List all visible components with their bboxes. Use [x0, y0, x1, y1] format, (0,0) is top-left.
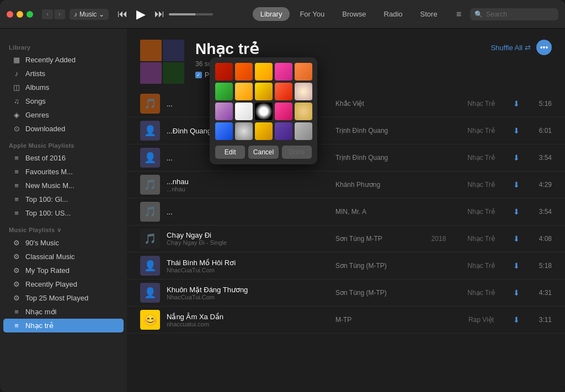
favourites-label: Favourites M...	[25, 168, 73, 176]
forward-button[interactable]: ›	[54, 9, 65, 19]
download-icon[interactable]: ⬇	[510, 180, 523, 189]
table-row[interactable]: 🎵 ... Khắc Việt Nhạc Trẻ ⬇ 5:16	[127, 90, 565, 117]
traffic-lights	[7, 11, 33, 18]
shuffle-label: Shuffle All	[491, 44, 523, 52]
nav-tabs: Library For You Browse Radio Store	[253, 7, 445, 21]
img-option-5[interactable]	[295, 63, 312, 80]
table-row[interactable]: 🎵 Chạy Ngay Đi Chạy Ngay Đi - Single Sơn…	[127, 225, 565, 253]
close-button[interactable]	[7, 11, 13, 18]
sidebar-item-artists[interactable]: ♪ Artists	[3, 67, 124, 80]
sidebar-item-downloaded[interactable]: ⊙ Downloaded	[3, 122, 124, 136]
music-playlists-section-label[interactable]: Music Playlists ∨	[0, 220, 127, 236]
sidebar-item-recently-played[interactable]: ⚙ Recently Played	[3, 277, 124, 291]
list-view-icon[interactable]: ≡	[456, 9, 461, 19]
table-row[interactable]: 👤 Khuôn Mặt Đáng Thương NhacCuaTui.Com S…	[127, 280, 565, 307]
songs-icon: ♫	[12, 97, 21, 105]
sidebar: Library ▦ Recently Added ♪ Artists ◫ Alb…	[0, 29, 127, 392]
download-icon[interactable]: ⬇	[510, 261, 523, 270]
sidebar-item-albums[interactable]: ◫ Albums	[3, 80, 124, 94]
shuffle-button[interactable]: Shuffle All ⇄	[491, 44, 531, 52]
tab-library[interactable]: Library	[253, 7, 290, 21]
download-icon[interactable]: ⬇	[510, 153, 523, 162]
track-name: Khuôn Mặt Đáng Thương	[167, 286, 329, 294]
playlist-cover	[140, 40, 184, 84]
tab-radio[interactable]: Radio	[376, 7, 411, 21]
table-row[interactable]: 🎵 ...nhau ...nhau Khánh Phương Nhạc Trẻ …	[127, 171, 565, 198]
sidebar-item-top100-us[interactable]: ≡ Top 100: US...	[3, 206, 124, 220]
img-option-19[interactable]	[275, 122, 292, 140]
img-option-4[interactable]	[275, 63, 292, 80]
sidebar-item-nhac-tre[interactable]: ≡ Nhạc trẻ	[3, 319, 124, 332]
tab-store[interactable]: Store	[413, 7, 445, 21]
img-option-18[interactable]	[255, 122, 273, 140]
next-button[interactable]: ⏭	[154, 8, 164, 20]
table-row[interactable]: 👤 Thái Bình Mồ Hôi Rơi NhacCuaTui.Com Sơ…	[127, 253, 565, 280]
done-button[interactable]: Done	[282, 146, 312, 159]
track-duration: 4:31	[530, 289, 552, 297]
img-option-16[interactable]	[215, 122, 233, 140]
sidebar-item-top25[interactable]: ⚙ Top 25 Most Played	[3, 291, 124, 305]
nhac-tre-label: Nhạc trẻ	[25, 321, 54, 330]
download-icon[interactable]: ⬇	[510, 126, 523, 135]
search-box[interactable]: 🔍 Search	[470, 8, 558, 20]
library-section-label: Library	[0, 37, 127, 53]
sidebar-item-top-rated[interactable]: ⚙ My Top Rated	[3, 264, 124, 277]
top100-global-label: Top 100: Gl...	[25, 195, 68, 203]
img-option-9[interactable]	[275, 83, 292, 100]
download-icon[interactable]: ⬇	[510, 207, 523, 216]
img-option-7[interactable]	[235, 83, 253, 100]
sidebar-item-top100-global[interactable]: ≡ Top 100: Gl...	[3, 192, 124, 206]
sidebar-item-classical[interactable]: ⚙ Classical Music	[3, 250, 124, 264]
img-option-3[interactable]	[255, 63, 273, 80]
img-option-1[interactable]	[215, 63, 233, 80]
download-icon[interactable]: ⬇	[510, 288, 523, 297]
table-row[interactable]: 👤 ...Đình Quang Trịnh Đình Quang Nhạc Tr…	[127, 117, 565, 144]
more-button[interactable]: •••	[536, 40, 552, 55]
track-artist: Sơn Tùng (M-TP)	[335, 289, 418, 297]
img-option-12[interactable]	[235, 103, 253, 120]
img-option-13[interactable]	[255, 103, 273, 120]
sidebar-item-new-music[interactable]: ≡ New Music M...	[3, 179, 124, 192]
maximize-button[interactable]	[26, 11, 33, 18]
track-thumbnail: 👤	[140, 256, 160, 276]
image-grid	[215, 63, 312, 140]
tab-for-you[interactable]: For You	[292, 7, 332, 21]
minimize-button[interactable]	[17, 11, 23, 18]
sidebar-item-favourites[interactable]: ≡ Favourites M...	[3, 165, 124, 179]
edit-button[interactable]: Edit	[215, 146, 245, 159]
img-option-20[interactable]	[295, 122, 312, 140]
download-icon[interactable]: ⬇	[510, 234, 523, 243]
img-option-15[interactable]	[295, 103, 312, 120]
sidebar-item-best-of-2016[interactable]: ≡ Best of 2016	[3, 151, 124, 165]
play-pause-button[interactable]: ▶	[136, 7, 146, 22]
volume-slider[interactable]	[169, 13, 213, 15]
img-option-6[interactable]	[215, 83, 233, 100]
tab-browse[interactable]: Browse	[334, 7, 374, 21]
sidebar-item-recently-added[interactable]: ▦ Recently Added	[3, 53, 124, 67]
sidebar-item-songs[interactable]: ♫ Songs	[3, 94, 124, 108]
img-option-17[interactable]	[235, 122, 253, 140]
track-info: Nắng Ấm Xa Dần nhaccuatui.com	[167, 313, 329, 327]
source-label: Music	[79, 10, 97, 18]
source-selector[interactable]: ♪ Music ⌄	[70, 9, 109, 20]
publish-checkbox[interactable]: ✓	[195, 72, 202, 78]
back-button[interactable]: ‹	[42, 9, 53, 19]
dropdown-arrow-icon: ⌄	[99, 10, 104, 18]
previous-button[interactable]: ⏮	[118, 8, 127, 20]
sidebar-item-genres[interactable]: ◈ Genres	[3, 108, 124, 122]
top100-us-label: Top 100: US...	[25, 209, 71, 217]
cancel-button[interactable]: Cancel	[248, 146, 278, 159]
sidebar-item-nhac-moi[interactable]: ≡ Nhạc mới	[3, 305, 124, 319]
table-row[interactable]: 🎵 ... MIN, Mr. A Nhạc Trẻ ⬇ 3:54	[127, 198, 565, 225]
table-row[interactable]: 👤 ... Trịnh Đình Quang Nhạc Trẻ ⬇ 3:54	[127, 144, 565, 171]
img-option-11[interactable]	[215, 103, 233, 120]
sidebar-item-90s[interactable]: ⚙ 90's Music	[3, 236, 124, 250]
download-icon[interactable]: ⬇	[510, 315, 523, 324]
img-option-14[interactable]	[275, 103, 292, 120]
download-icon[interactable]: ⬇	[510, 99, 523, 108]
img-option-10[interactable]	[295, 83, 312, 100]
img-option-2[interactable]	[235, 63, 253, 80]
table-row[interactable]: 😊 Nắng Ấm Xa Dần nhaccuatui.com M-TP Rap…	[127, 307, 565, 334]
track-name: Thái Bình Mồ Hôi Rơi	[167, 259, 329, 267]
img-option-8[interactable]	[255, 83, 273, 100]
